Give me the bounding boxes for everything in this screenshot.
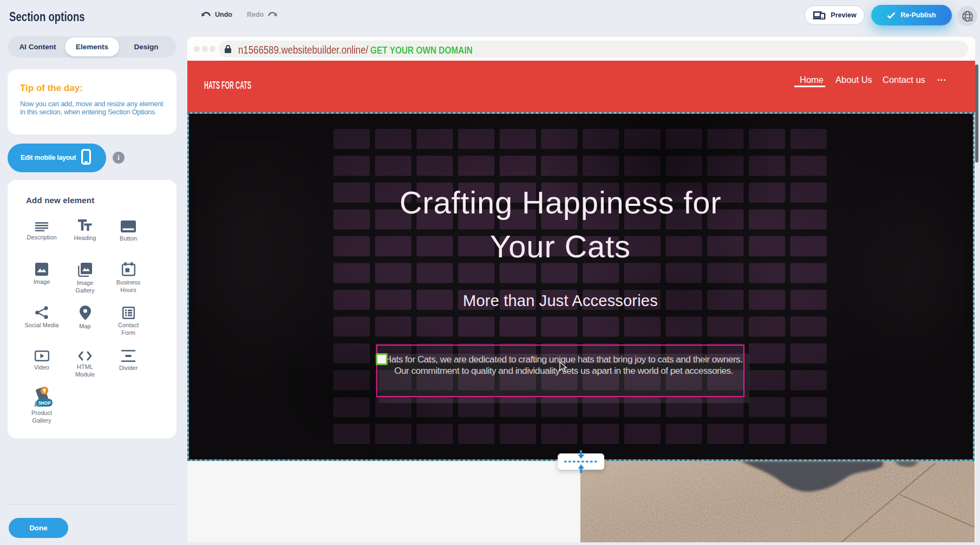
svg-text:SHOP: SHOP bbox=[38, 401, 51, 406]
